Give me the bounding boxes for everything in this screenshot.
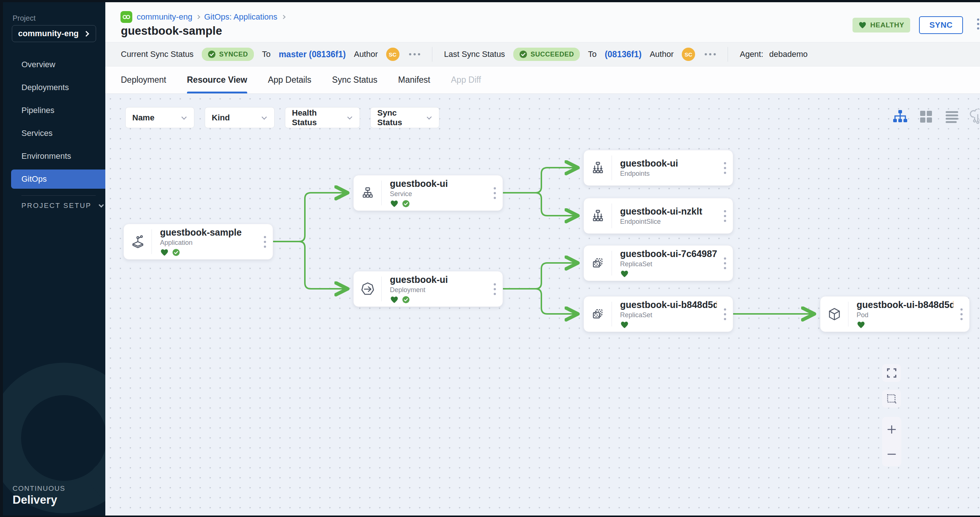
zoom-in-button[interactable]: [882, 417, 901, 442]
node-pod-guestbook-ui-b848d5d9[interactable]: guestbook-ui-b848d5d9... Pod: [820, 296, 970, 332]
node-kind: Endpoints: [620, 170, 717, 178]
fullscreen-icon[interactable]: [882, 364, 901, 382]
node-title: guestbook-ui-b848d5d9d: [620, 300, 717, 310]
cloud-view-icon[interactable]: [970, 109, 980, 125]
node-title: guestbook-ui: [620, 158, 717, 169]
header-more-options-icon[interactable]: [977, 19, 979, 30]
sidebar: Project community-eng Overview Deploymen…: [3, 2, 105, 515]
current-revision-link[interactable]: master (08136f1): [278, 49, 346, 59]
node-menu-icon[interactable]: [717, 198, 733, 233]
application-icon: [124, 229, 152, 254]
project-setup-toggle[interactable]: PROJECT SETUP: [21, 201, 103, 210]
node-menu-icon[interactable]: [717, 150, 733, 186]
tab-resource-view[interactable]: Resource View: [187, 67, 247, 94]
node-kind: Pod: [857, 311, 954, 319]
sidebar-item-environments[interactable]: Environments: [3, 145, 105, 168]
tab-deployment[interactable]: Deployment: [121, 67, 166, 94]
sidebar-item-services[interactable]: Services: [3, 122, 105, 145]
synced-badge-label: SYNCED: [219, 51, 248, 58]
sidebar-item-gitops[interactable]: GitOps: [11, 170, 105, 189]
more-options-icon[interactable]: [409, 53, 420, 56]
sidebar-item-deployments[interactable]: Deployments: [3, 76, 105, 99]
sidebar-item-overview[interactable]: Overview: [3, 53, 105, 76]
endpointslice-icon: [584, 203, 612, 228]
tab-label: App Diff: [451, 75, 481, 85]
endpoints-icon: [584, 155, 612, 180]
node-replicaset-guestbook-ui-b848d5d9d[interactable]: guestbook-ui-b848d5d9d ReplicaSet: [584, 296, 733, 332]
module-brand-line2: Delivery: [13, 493, 65, 507]
main-area: community-eng GitOps: Applications guest…: [105, 2, 980, 515]
chevron-right-icon: [84, 31, 89, 36]
node-title: guestbook-ui-nzklt: [620, 206, 717, 217]
filter-health-status-dropdown[interactable]: Health Status: [285, 107, 360, 128]
node-replicaset-guestbook-ui-7c64987dc9[interactable]: guestbook-ui-7c64987dc9 ReplicaSet: [584, 245, 733, 281]
node-menu-icon[interactable]: [717, 246, 733, 281]
tab-sync-status[interactable]: Sync Status: [332, 67, 378, 94]
breadcrumb-project-link[interactable]: community-eng: [137, 12, 192, 22]
healthy-heart-icon: [390, 296, 399, 304]
filter-kind-dropdown[interactable]: Kind: [205, 107, 275, 128]
check-circle-icon: [519, 50, 527, 58]
zoom-out-button[interactable]: [882, 442, 901, 466]
node-application-guestbook-sample[interactable]: guestbook-sample Application: [123, 224, 273, 260]
filter-name-dropdown[interactable]: Name: [125, 107, 194, 128]
node-endpoints-guestbook-ui[interactable]: guestbook-ui Endpoints: [584, 150, 733, 186]
header-actions: HEALTHY SYNC: [853, 16, 963, 34]
agent-label: Agent:: [740, 49, 764, 59]
sidebar-nav: Overview Deployments Pipelines Services …: [3, 53, 105, 196]
tab-manifest[interactable]: Manifest: [398, 67, 430, 94]
node-deployment-guestbook-ui[interactable]: guestbook-ui Deployment: [353, 271, 503, 307]
node-title: guestbook-ui-7c64987dc9: [620, 249, 717, 259]
tab-app-diff[interactable]: App Diff: [451, 67, 481, 94]
node-menu-icon[interactable]: [487, 175, 503, 211]
tab-label: App Details: [268, 75, 312, 85]
healthy-heart-icon: [160, 249, 169, 256]
node-status: [620, 321, 717, 329]
sidebar-item-pipelines[interactable]: Pipelines: [3, 99, 105, 122]
project-selector[interactable]: community-eng: [12, 25, 96, 42]
author-label: Author: [354, 49, 378, 59]
project-selector-value: community-eng: [18, 29, 79, 38]
grid-view-icon[interactable]: [918, 109, 934, 125]
node-title: guestbook-ui: [390, 178, 487, 189]
node-menu-icon[interactable]: [487, 271, 503, 306]
node-kind: Application: [160, 239, 257, 247]
list-view-icon[interactable]: [944, 109, 960, 125]
to-label: To: [262, 49, 270, 59]
tab-label: Manifest: [398, 75, 430, 85]
tab-app-details[interactable]: App Details: [268, 67, 312, 94]
node-kind: EndpointSlice: [620, 218, 717, 226]
last-revision-link[interactable]: (08136f1): [605, 49, 641, 59]
synced-check-icon: [402, 200, 410, 208]
node-menu-icon[interactable]: [717, 297, 733, 331]
node-endpointslice-guestbook-ui-nzklt[interactable]: guestbook-ui-nzklt EndpointSlice: [584, 198, 733, 234]
replicaset-icon: [584, 251, 612, 276]
selection-box-icon[interactable]: [882, 390, 901, 408]
healthy-heart-icon: [620, 321, 629, 329]
breadcrumb-section-link[interactable]: GitOps: Applications: [204, 12, 277, 22]
node-menu-icon[interactable]: [954, 297, 969, 331]
author-avatar: SC: [386, 48, 399, 61]
page-header: community-eng GitOps: Applications guest…: [105, 2, 980, 42]
zoom-pill: [882, 417, 901, 466]
tree-view-icon[interactable]: [892, 109, 908, 125]
breadcrumb-separator-icon: [196, 15, 200, 19]
filter-label: Name: [132, 113, 154, 123]
sync-button[interactable]: SYNC: [919, 16, 963, 34]
sidebar-item-label: Deployments: [21, 83, 69, 92]
pod-icon: [820, 302, 848, 327]
resource-graph-canvas[interactable]: Name Kind Health Status Sync Status: [105, 94, 980, 515]
node-menu-icon[interactable]: [257, 224, 273, 259]
node-title: guestbook-ui: [390, 274, 487, 285]
tab-label: Deployment: [121, 75, 166, 85]
author-label: Author: [650, 49, 674, 59]
filter-sync-status-dropdown[interactable]: Sync Status: [370, 107, 439, 128]
author-avatar: SC: [682, 48, 695, 61]
synced-badge: SYNCED: [202, 48, 254, 61]
node-kind: ReplicaSet: [620, 260, 717, 268]
divider: [728, 47, 728, 62]
more-options-icon[interactable]: [705, 53, 716, 56]
node-service-guestbook-ui[interactable]: guestbook-ui Service: [353, 175, 503, 211]
sidebar-item-label: Pipelines: [21, 106, 54, 115]
node-status: [857, 321, 954, 329]
